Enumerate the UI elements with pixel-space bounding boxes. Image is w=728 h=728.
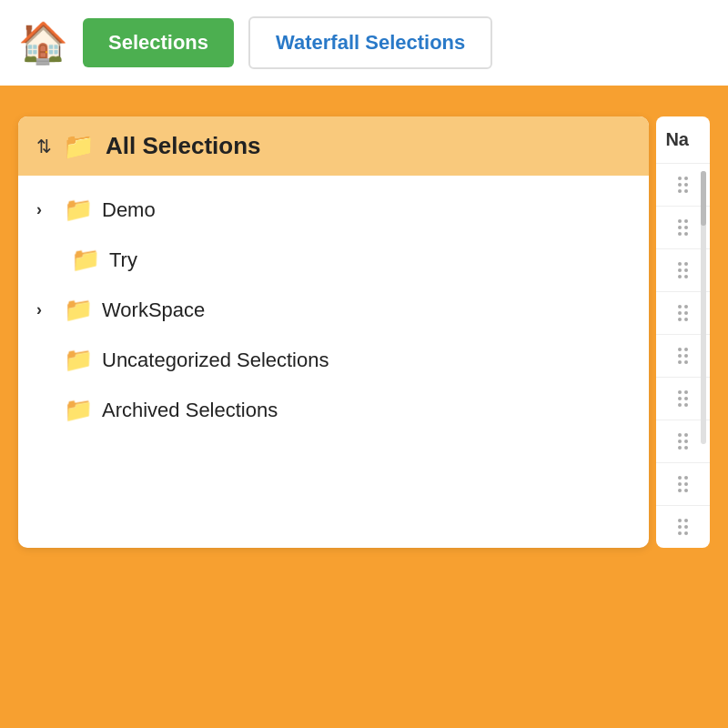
sort-icon[interactable]: ⇅ bbox=[36, 136, 52, 157]
scrollbar-thumb[interactable] bbox=[701, 171, 706, 226]
folder-icon-archived: 📁 bbox=[64, 396, 93, 424]
tree-item-workspace[interactable]: › 📁 WorkSpace bbox=[18, 285, 649, 335]
home-icon[interactable]: 🏠 bbox=[18, 23, 68, 63]
folder-icon-workspace: 📁 bbox=[64, 296, 93, 324]
tree-item-label-archived: Archived Selections bbox=[102, 399, 278, 422]
tree-item-archived[interactable]: › 📁 Archived Selections bbox=[18, 385, 649, 435]
all-selections-header[interactable]: ⇅ 📁 All Selections bbox=[18, 116, 649, 176]
tree-item-label-uncategorized: Uncategorized Selections bbox=[102, 349, 329, 372]
tree-item-try[interactable]: 📁 Try bbox=[18, 235, 649, 285]
dots-row-8[interactable] bbox=[656, 463, 710, 506]
tree-items: › 📁 Demo 📁 Try › 📁 WorkSpace › 📁 Uncateg… bbox=[18, 176, 649, 444]
tree-item-demo[interactable]: › 📁 Demo bbox=[18, 185, 649, 235]
right-column-header: Na bbox=[656, 116, 710, 164]
dots-row-9[interactable] bbox=[656, 506, 710, 548]
chevron-workspace: › bbox=[36, 300, 55, 319]
left-panel: ⇅ 📁 All Selections › 📁 Demo 📁 Try › 📁 Wo… bbox=[18, 116, 649, 548]
tree-item-label-workspace: WorkSpace bbox=[102, 298, 205, 322]
main-content: ⇅ 📁 All Selections › 📁 Demo 📁 Try › 📁 Wo… bbox=[0, 89, 728, 575]
header: 🏠 Selections Waterfall Selections bbox=[0, 0, 728, 89]
chevron-demo: › bbox=[36, 200, 55, 219]
scrollbar-track[interactable] bbox=[701, 171, 706, 444]
selections-button[interactable]: Selections bbox=[83, 18, 234, 67]
tree-item-uncategorized[interactable]: › 📁 Uncategorized Selections bbox=[18, 335, 649, 385]
tree-item-label-try: Try bbox=[109, 248, 137, 272]
folder-icon-demo: 📁 bbox=[64, 196, 93, 224]
waterfall-selections-button[interactable]: Waterfall Selections bbox=[248, 16, 492, 69]
folder-icon-uncategorized: 📁 bbox=[64, 346, 93, 374]
tree-item-label-demo: Demo bbox=[102, 198, 156, 222]
folder-icon-try: 📁 bbox=[71, 246, 100, 274]
all-selections-title: All Selections bbox=[106, 132, 261, 160]
folder-icon-header: 📁 bbox=[63, 131, 95, 161]
right-column: Na bbox=[656, 116, 710, 548]
